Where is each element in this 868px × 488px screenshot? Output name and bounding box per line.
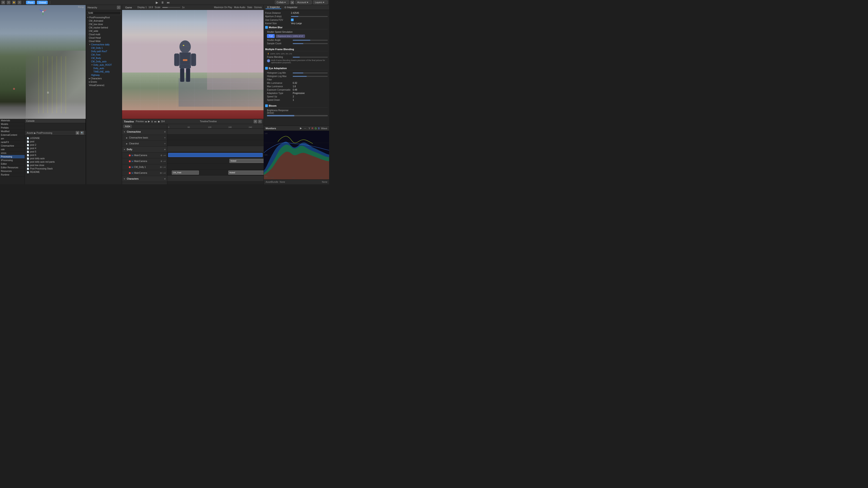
track-clearshot[interactable]: ▶ Clearshot + bbox=[122, 141, 167, 147]
hier-postprocessingroot[interactable]: ▼ PostProcessingRoot bbox=[86, 16, 122, 19]
asset-post-dolly-auto[interactable]: 📄 post dolly auto bbox=[26, 157, 85, 160]
tl-prev-button[interactable]: ⏮ bbox=[145, 120, 147, 123]
bloom-check[interactable] bbox=[265, 104, 268, 107]
asset-post-processing-stack[interactable]: 📄 Post Processing Stack bbox=[26, 167, 85, 170]
tl-clip-cm-feet[interactable]: CM_Feet bbox=[172, 170, 199, 175]
sidebar-models[interactable]: Models bbox=[0, 123, 25, 126]
asset-license[interactable]: 📄 LICENSE bbox=[26, 136, 85, 140]
asset-readme[interactable]: 📄 README bbox=[26, 170, 85, 174]
asset-post4[interactable]: 📄 post 4 bbox=[26, 147, 85, 150]
max-lum-value[interactable]: 1.6 bbox=[293, 85, 328, 88]
stats-btn[interactable]: Stats bbox=[247, 6, 252, 8]
min-lum-value[interactable]: 0.32 bbox=[293, 82, 328, 84]
hier-cm-animated[interactable]: CM_Animated bbox=[86, 19, 122, 23]
hier-virtual-camera1[interactable]: VirtualCamera1 bbox=[86, 84, 122, 87]
hier-dolly-auto[interactable]: Dolly_auto bbox=[86, 67, 122, 70]
sidebar-am[interactable]: am bbox=[0, 137, 25, 140]
sidebar-smos[interactable]: smos bbox=[0, 151, 25, 155]
monitors-play-btn[interactable]: ▶ bbox=[300, 127, 302, 130]
tl-clip-maincam-1[interactable] bbox=[168, 153, 263, 157]
speed-down-value[interactable]: 1 bbox=[293, 99, 328, 101]
cloud-icon[interactable]: ☁ bbox=[290, 1, 294, 4]
eye-adaptation-check[interactable] bbox=[265, 67, 268, 70]
focus-distance-value[interactable]: 2.42545 bbox=[291, 12, 328, 14]
sidebar-tprocessing[interactable]: tProcessing bbox=[0, 159, 25, 162]
sidebar-editor[interactable]: Editor bbox=[0, 162, 25, 166]
mute-audio-btn[interactable]: Mute Audio bbox=[234, 6, 245, 8]
hier-create-icon[interactable]: + bbox=[117, 6, 121, 9]
unity-logo-icon[interactable]: ⊞ bbox=[1, 1, 5, 4]
hier-characters[interactable]: ▶ Characters bbox=[86, 77, 122, 80]
pivot-button[interactable]: Pivot bbox=[26, 1, 35, 4]
hist-log-min-slider[interactable] bbox=[293, 72, 328, 73]
reload-icon[interactable]: ↺ bbox=[7, 1, 10, 4]
speed-up-value[interactable]: 2 bbox=[293, 95, 328, 98]
brightness-slider[interactable] bbox=[267, 115, 328, 116]
adapt-type-value[interactable]: Progressive bbox=[293, 92, 328, 94]
tl-clip-muted-1[interactable]: Muted bbox=[229, 159, 264, 163]
assets-search-icon[interactable]: 🔍 bbox=[80, 131, 84, 135]
sidebar-resources[interactable]: Resources bbox=[0, 169, 25, 173]
track-cinemachine-add[interactable]: + bbox=[164, 130, 166, 133]
track-characters[interactable]: ▼ Characters + bbox=[122, 176, 167, 182]
hier-cm-low-close[interactable]: CM_low close bbox=[86, 23, 122, 26]
tl-settings-icon[interactable]: ⚙ bbox=[254, 120, 257, 123]
inspector-tab-1[interactable]: ⊙ Inspector bbox=[266, 6, 281, 9]
sidebar-materials[interactable]: Materials bbox=[0, 119, 25, 123]
maximize-on-play-btn[interactable]: Maximize On Play bbox=[214, 6, 232, 8]
tl-pause-button[interactable]: ⏸ bbox=[151, 120, 153, 123]
hier-enviro[interactable]: ▶ Enviro bbox=[86, 80, 122, 84]
full-button[interactable]: Full bbox=[267, 34, 275, 38]
hier-timeline-dolly[interactable]: TIMELINE_dolly bbox=[86, 70, 122, 73]
asset-post-low-close[interactable]: 📄 post low close bbox=[26, 164, 85, 167]
hier-cm-wide[interactable]: CM_wide bbox=[86, 29, 122, 33]
shutter-angle-slider[interactable] bbox=[293, 40, 328, 41]
asset-post[interactable]: 📄 post bbox=[26, 140, 85, 143]
monitors-b-btn[interactable]: B bbox=[318, 127, 320, 130]
sample-count-slider[interactable] bbox=[293, 43, 328, 44]
asset-post2[interactable]: 📄 post 2 bbox=[26, 143, 85, 147]
game-tab[interactable]: Game bbox=[124, 6, 133, 9]
hier-cm-body[interactable]: CM_Body bbox=[86, 57, 122, 60]
inspector-tab-2[interactable]: ⊙ Inspector bbox=[283, 6, 299, 9]
step-button[interactable]: ⏭ bbox=[166, 1, 170, 4]
aperture-slider[interactable] bbox=[291, 16, 328, 17]
track-cm-dolly1[interactable]: M CM_Dolly 1 ⚙• =≡ bbox=[122, 164, 167, 170]
sidebar-runtime[interactable]: Runtime bbox=[0, 173, 25, 177]
asset-post5[interactable]: 📄 post 5 bbox=[26, 150, 85, 153]
asset-post-dolly-red[interactable]: 📄 post dolly auto red pants bbox=[26, 160, 85, 164]
scale-slider[interactable] bbox=[162, 7, 180, 8]
layers-dropdown[interactable]: Layers ▾ bbox=[313, 0, 328, 4]
track-characters-add[interactable]: + bbox=[164, 177, 166, 181]
use-camera-fov-check[interactable]: ✓ bbox=[291, 19, 293, 21]
hier-cinemachine-dolly[interactable]: ▼ Cinemachine dally bbox=[86, 43, 122, 46]
track-dolly-add[interactable]: + bbox=[164, 148, 166, 151]
scene-view[interactable]: ⊕ ⊡ Persp bbox=[0, 5, 86, 119]
sidebar-rantefx[interactable]: ranteFX bbox=[0, 140, 25, 144]
track-maincamera-1[interactable]: M MainCamera ⚙ =≡ bbox=[122, 153, 167, 158]
move-tool-icon[interactable]: ✛ bbox=[18, 1, 21, 4]
hier-cm-feet[interactable]: CM_Feet bbox=[86, 53, 122, 57]
motion-blur-check[interactable] bbox=[265, 26, 268, 29]
global-button[interactable]: Global bbox=[37, 1, 48, 4]
track-basic-add[interactable]: + bbox=[164, 136, 166, 139]
track-clearshot-add[interactable]: + bbox=[164, 142, 166, 145]
track-cinemachine-basic[interactable]: ▶ Cinemachine basic + bbox=[122, 135, 167, 141]
hier-highway[interactable]: Highway bbox=[86, 73, 122, 77]
hier-cloud-head[interactable]: Cloud Head bbox=[86, 36, 122, 39]
timeline-content[interactable]: Muted CM_Feet Muted bbox=[167, 129, 264, 184]
sidebar-postprocessing[interactable]: Processing bbox=[0, 155, 25, 159]
pause-button[interactable]: ⏸ bbox=[160, 1, 164, 4]
hier-dolly-path-root[interactable]: Dolly path RooT bbox=[86, 50, 122, 53]
tl-record-button[interactable]: ⏺ bbox=[158, 120, 160, 123]
track-dolly[interactable]: ▼ Dolly + bbox=[122, 147, 167, 153]
hist-log-max-slider[interactable] bbox=[293, 76, 328, 77]
hier-cm-tracker-behind[interactable]: CM_tracker behind bbox=[86, 26, 122, 29]
sidebar-editor-resources[interactable]: Editor Resources bbox=[0, 166, 25, 169]
hier-dolly-auto-root[interactable]: ▼ Dolly_auto_ROOT bbox=[86, 63, 122, 67]
asset-post6[interactable]: 📄 post 6 bbox=[26, 153, 85, 157]
sidebar-cinemachine[interactable]: Cinemachine bbox=[0, 144, 25, 148]
hier-cm-dolly-auto[interactable]: CM_Dolly_auto bbox=[86, 60, 122, 63]
sidebar-ode[interactable]: ode bbox=[0, 148, 25, 151]
play-button[interactable]: ▶ bbox=[155, 1, 159, 4]
